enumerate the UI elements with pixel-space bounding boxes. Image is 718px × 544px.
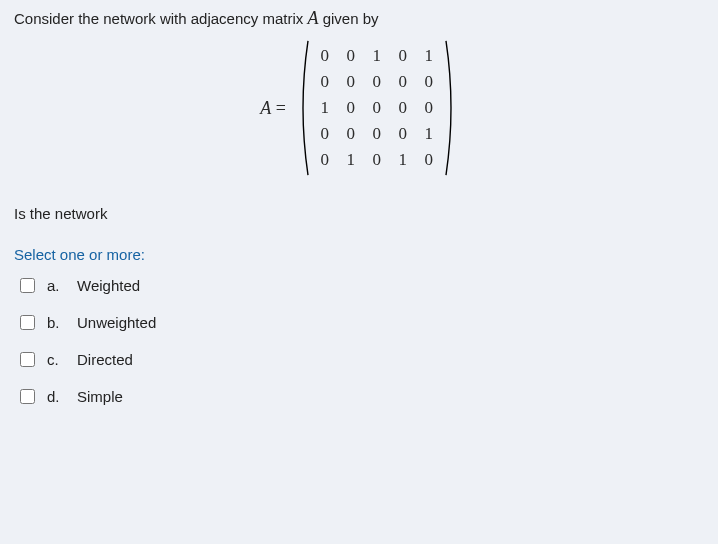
matrix-cell: 1 <box>399 150 408 170</box>
matrix-variable: A <box>307 8 318 28</box>
option-d-checkbox[interactable] <box>20 389 35 404</box>
option-b-checkbox[interactable] <box>20 315 35 330</box>
option-b[interactable]: b. Unweighted <box>20 314 704 331</box>
matrix-cell: 0 <box>373 124 382 144</box>
option-c[interactable]: c. Directed <box>20 351 704 368</box>
option-a-text: Weighted <box>77 277 140 294</box>
matrix-cell: 0 <box>373 150 382 170</box>
matrix-cell: 0 <box>321 72 330 92</box>
option-c-text: Directed <box>77 351 133 368</box>
matrix-cell: 0 <box>399 72 408 92</box>
matrix-cell: 0 <box>399 98 408 118</box>
matrix-cell: 0 <box>347 98 356 118</box>
matrix-cell: 0 <box>425 72 434 92</box>
matrix-cell: 0 <box>347 72 356 92</box>
matrix-cell: 1 <box>373 46 382 66</box>
question-prompt: Consider the network with adjacency matr… <box>14 8 704 29</box>
option-d[interactable]: d. Simple <box>20 388 704 405</box>
matrix-lhs: A = <box>260 98 286 119</box>
option-a-letter: a. <box>47 277 65 294</box>
matrix-cell: 0 <box>321 150 330 170</box>
matrix-cell: 1 <box>347 150 356 170</box>
matrix-cell: 0 <box>399 46 408 66</box>
options-list: a. Weighted b. Unweighted c. Directed d.… <box>14 277 704 405</box>
matrix-cell: 1 <box>321 98 330 118</box>
prompt-prefix: Consider the network with adjacency matr… <box>14 10 307 27</box>
option-a-checkbox[interactable] <box>20 278 35 293</box>
matrix-cell: 0 <box>321 124 330 144</box>
matrix-body: 0010100000100000000101010 <box>296 39 458 177</box>
right-paren-icon <box>444 39 458 177</box>
matrix-cell: 0 <box>321 46 330 66</box>
matrix-grid: 0010100000100000000101010 <box>310 39 444 177</box>
left-paren-icon <box>296 39 310 177</box>
matrix-cell: 0 <box>425 150 434 170</box>
matrix-cell: 0 <box>347 46 356 66</box>
matrix-cell: 0 <box>425 98 434 118</box>
matrix-cell: 0 <box>373 98 382 118</box>
select-instruction: Select one or more: <box>14 246 704 263</box>
option-d-text: Simple <box>77 388 123 405</box>
matrix-cell: 0 <box>399 124 408 144</box>
matrix-lhs-var: A <box>260 98 271 118</box>
matrix-cell: 0 <box>347 124 356 144</box>
question-is-the-network: Is the network <box>14 205 704 222</box>
matrix-cell: 1 <box>425 124 434 144</box>
option-a[interactable]: a. Weighted <box>20 277 704 294</box>
option-c-checkbox[interactable] <box>20 352 35 367</box>
option-b-letter: b. <box>47 314 65 331</box>
matrix-equation: A = 0010100000100000000101010 <box>14 39 704 177</box>
matrix-cell: 1 <box>425 46 434 66</box>
prompt-suffix: given by <box>318 10 378 27</box>
option-d-letter: d. <box>47 388 65 405</box>
matrix-cell: 0 <box>373 72 382 92</box>
matrix-equals: = <box>271 98 286 118</box>
option-c-letter: c. <box>47 351 65 368</box>
option-b-text: Unweighted <box>77 314 156 331</box>
